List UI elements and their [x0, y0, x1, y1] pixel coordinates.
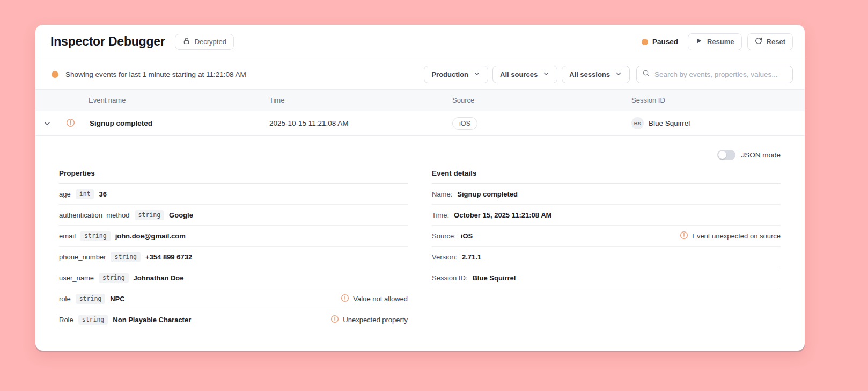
property-warning-text: Unexpected property — [343, 316, 408, 324]
warning-icon — [330, 315, 339, 325]
json-mode-label: JSON mode — [741, 151, 781, 159]
collapse-row-chevron-icon[interactable] — [43, 119, 59, 128]
json-mode-row: JSON mode — [59, 150, 781, 160]
paused-status-dot — [642, 39, 648, 45]
detail-row: Version: 2.71.1 — [432, 247, 781, 267]
header-actions: Paused Resume Reset — [642, 33, 793, 50]
properties-section: Properties age int 36 authentication_met… — [59, 169, 408, 330]
property-key: email — [59, 232, 76, 240]
live-status-dot — [52, 71, 58, 78]
property-key: age — [59, 190, 71, 198]
event-details-title: Event details — [432, 169, 781, 184]
session-cell: BS Blue Squirrel — [631, 117, 805, 129]
property-row: authentication_method string Google — [59, 205, 408, 226]
warning-icon — [680, 231, 688, 241]
property-value: NPC — [110, 295, 124, 303]
detail-row: Time: October 15, 2025 11:21:08 AM — [432, 205, 781, 226]
event-source-cell: iOS — [452, 117, 631, 130]
reset-button[interactable]: Reset — [747, 33, 793, 50]
property-type-badge: string — [80, 231, 111, 241]
column-header-session-id: Session ID — [631, 96, 805, 104]
resume-label: Resume — [707, 38, 734, 46]
property-key: user_name — [59, 274, 94, 282]
property-key: authentication_method — [59, 211, 130, 219]
property-value: Google — [169, 211, 193, 219]
detail-value: Blue Squirrel — [472, 274, 516, 282]
property-warning: Value not allowed — [341, 294, 408, 304]
json-mode-toggle[interactable] — [717, 150, 735, 160]
toggle-knob — [718, 151, 726, 159]
property-warning-text: Value not allowed — [353, 295, 408, 303]
decrypted-label: Decrypted — [195, 38, 226, 46]
property-key: role — [59, 295, 71, 303]
session-name: Blue Squirrel — [649, 119, 690, 127]
detail-value: iOS — [461, 232, 473, 240]
column-header-source: Source — [452, 96, 631, 104]
detail-label: Name: — [432, 190, 452, 198]
app-header: Inspector Debugger Decrypted Paused — [35, 25, 805, 59]
property-type-badge: int — [76, 189, 94, 199]
column-header-event-name: Event name — [35, 96, 269, 104]
sources-dropdown-value: All sources — [500, 70, 538, 78]
detail-row: Session ID: Blue Squirrel — [432, 267, 781, 288]
event-warning-icon — [66, 118, 75, 129]
paused-status-label: Paused — [652, 38, 678, 46]
detail-warning: Event unexpected on source — [680, 231, 781, 241]
source-badge: iOS — [452, 117, 477, 130]
page-title: Inspector Debugger — [50, 34, 165, 49]
detail-label: Session ID: — [432, 274, 467, 282]
property-warning: Unexpected property — [330, 315, 408, 325]
property-row: email string john.doe@gmail.com — [59, 226, 408, 247]
sessions-dropdown-value: All sessions — [569, 70, 610, 78]
events-window-text: Showing events for last 1 minute startin… — [65, 70, 246, 78]
event-details-section: Event details Name: Signup completed Tim… — [432, 169, 781, 330]
chevron-down-icon — [615, 70, 622, 79]
table-row[interactable]: Signup completed 2025-10-15 11:21:08 AM … — [35, 111, 805, 136]
property-value: +354 899 6732 — [145, 253, 192, 261]
property-type-badge: string — [111, 252, 141, 262]
status-badge: Paused — [642, 38, 678, 46]
chevron-down-icon — [473, 70, 481, 79]
events-window-status: Showing events for last 1 minute startin… — [52, 70, 246, 78]
sources-dropdown[interactable]: All sources — [492, 66, 557, 83]
column-header-time: Time — [269, 96, 452, 104]
environment-dropdown[interactable]: Production — [424, 66, 488, 83]
reset-label: Reset — [767, 38, 785, 46]
filter-controls: Production All sources All sessions — [424, 66, 793, 83]
session-avatar: BS — [631, 117, 644, 129]
property-value: john.doe@gmail.com — [115, 232, 186, 240]
property-key: phone_number — [59, 253, 106, 261]
detail-value: October 15, 2025 11:21:08 AM — [454, 211, 551, 219]
table-header: Event name Time Source Session ID — [35, 90, 805, 111]
search-input[interactable] — [654, 70, 787, 78]
properties-title: Properties — [59, 169, 408, 184]
detail-row: Source: iOS Event unexpected on source — [432, 226, 781, 247]
detail-label: Source: — [432, 232, 456, 240]
property-type-badge: string — [99, 273, 129, 283]
property-row: role string NPC Value not allowed — [59, 288, 408, 309]
detail-label: Time: — [432, 211, 449, 219]
warning-icon — [341, 294, 349, 304]
resume-button[interactable]: Resume — [688, 33, 742, 50]
property-row: user_name string Johnathan Doe — [59, 267, 408, 288]
detail-warning-text: Event unexpected on source — [692, 232, 781, 240]
event-details-panel: JSON mode Properties age int 36 authenti… — [35, 136, 805, 330]
property-key: Role — [59, 316, 73, 324]
property-row: age int 36 — [59, 184, 408, 205]
filter-bar: Showing events for last 1 minute startin… — [35, 59, 805, 90]
decrypted-button[interactable]: Decrypted — [175, 34, 234, 50]
inspector-debugger-window: Inspector Debugger Decrypted Paused — [35, 25, 805, 351]
property-row: phone_number string +354 899 6732 — [59, 247, 408, 267]
sessions-dropdown[interactable]: All sessions — [562, 66, 630, 83]
detail-label: Version: — [432, 253, 457, 261]
unlock-icon — [182, 37, 190, 47]
environment-dropdown-value: Production — [431, 70, 468, 78]
property-value: Johnathan Doe — [134, 274, 184, 282]
event-time: 2025-10-15 11:21:08 AM — [269, 119, 452, 127]
property-row: Role string Non Playable Character Unexp… — [59, 309, 408, 330]
property-type-badge: string — [76, 294, 106, 304]
search-box — [636, 66, 793, 83]
property-value: Non Playable Character — [113, 316, 191, 324]
refresh-icon — [755, 37, 762, 46]
search-icon — [642, 69, 650, 79]
